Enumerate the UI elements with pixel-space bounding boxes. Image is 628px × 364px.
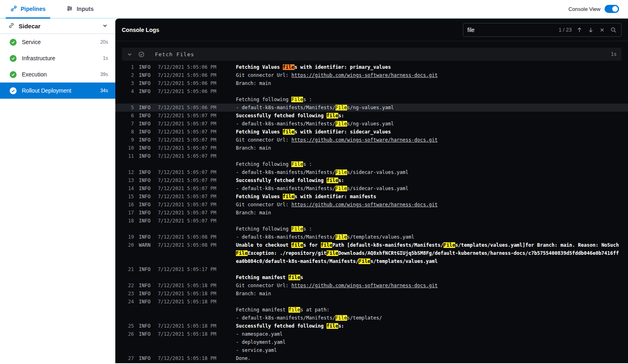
log-text: Successfully fetched following [236, 178, 327, 183]
log-timestamp: 7/12/2021 5:05:07 PM [158, 193, 231, 201]
log-level: INFO [139, 79, 153, 87]
log-search-input[interactable] [467, 27, 554, 33]
log-level: INFO [139, 354, 153, 362]
collapse-chevron-icon[interactable] [127, 51, 133, 57]
log-row: 9 INFO 7/12/2021 5:05:07 PM Git connecto… [115, 136, 628, 144]
log-timestamp [158, 346, 231, 354]
log-row: 26 INFO 7/12/2021 5:05:18 PM - namespace… [115, 330, 628, 338]
console-view-label: Console View [569, 6, 600, 12]
line-number: 27 [122, 354, 134, 362]
sidebar-item-rollout-deployment[interactable]: Rollout Deployment 34s [0, 83, 115, 99]
log-level: INFO [139, 298, 153, 306]
clear-search-icon[interactable] [598, 26, 606, 34]
line-number: 21 [122, 265, 134, 273]
log-message: - namespace.yaml [236, 330, 622, 338]
log-level: INFO [139, 201, 153, 209]
log-timestamp: 7/12/2021 5:05:07 PM [158, 217, 231, 225]
log-row: Fetching following Files : [115, 225, 628, 233]
log-timestamp: 7/12/2021 5:05:18 PM [158, 281, 231, 290]
log-timestamp: 7/12/2021 5:05:07 PM [158, 120, 231, 128]
log-link[interactable]: https://github.com/wings-software/harnes… [291, 137, 437, 143]
log-timestamp [158, 338, 231, 346]
log-text: Fetching manifest [236, 275, 289, 280]
stage-sidebar: Sidecar Service 20s Infrastructure 1s Ex… [0, 19, 115, 363]
log-row: 22 INFO 7/12/2021 5:05:18 PM Git connect… [115, 281, 628, 290]
log-row: 17 INFO 7/12/2021 5:05:07 PM Branch: mai… [115, 209, 628, 217]
log-text: s with identifier: manifests [295, 194, 376, 199]
log-timestamp: 7/12/2021 5:05:18 PM [158, 290, 231, 298]
line-number: 6 [122, 112, 134, 120]
log-timestamp: 7/12/2021 5:05:07 PM [158, 209, 231, 217]
log-message: Fetching Values files with identifier: s… [236, 128, 622, 136]
log-text: s with identifier: primary_values [295, 64, 391, 70]
toggle-knob [612, 6, 618, 12]
step-label: Infrastructure [22, 55, 55, 61]
line-number [122, 306, 134, 314]
log-message: - default-k8s-manifests/Manifests/Files/… [236, 104, 622, 112]
next-match-icon[interactable] [587, 26, 594, 34]
log-timestamp: 7/12/2021 5:05:07 PM [158, 144, 231, 152]
line-number: 7 [122, 120, 134, 128]
search-match-highlight: File [291, 226, 303, 232]
sidebar-item-service[interactable]: Service 20s [0, 34, 115, 50]
log-level [139, 346, 153, 354]
log-text: s/ng-values.yaml [347, 121, 394, 127]
log-level: INFO [139, 330, 153, 338]
line-number: 15 [122, 193, 134, 201]
line-number: 13 [122, 176, 134, 184]
log-link[interactable]: https://github.com/wings-software/harnes… [291, 283, 437, 288]
log-timestamp [158, 95, 231, 104]
log-message: Branch: main [236, 290, 622, 298]
stage-selector[interactable]: Sidecar [0, 19, 115, 34]
console-view-toggle[interactable] [605, 5, 619, 13]
log-text: - default-k8s-manifests/Manifests/ [236, 169, 335, 175]
log-timestamp: 7/12/2021 5:05:06 PM [158, 104, 231, 112]
line-number: 16 [122, 201, 134, 209]
log-text: s: [338, 178, 344, 183]
log-text: Fetching following [236, 226, 291, 232]
log-timestamp: 7/12/2021 5:05:07 PM [158, 184, 231, 193]
log-timestamp: 7/12/2021 5:05:18 PM [158, 322, 231, 330]
log-text: Done. [236, 356, 250, 361]
log-message: Successfully fetched following files: [236, 322, 622, 330]
log-timestamp: 7/12/2021 5:05:06 PM [158, 87, 231, 95]
log-message: Fetching manifest files [236, 273, 622, 281]
search-match-highlight: file [283, 194, 295, 199]
log-row: 19 INFO 7/12/2021 5:05:08 PM - default-k… [115, 233, 628, 241]
step-duration: 34s [100, 88, 108, 93]
search-icon[interactable] [610, 26, 617, 34]
tab-inputs[interactable]: Inputs [56, 0, 104, 18]
log-message: Git connector Url: https://github.com/wi… [236, 71, 622, 79]
line-number: 1 [122, 63, 134, 71]
previous-match-icon[interactable] [576, 26, 583, 34]
line-number: 14 [122, 184, 134, 193]
sidebar-item-infrastructure[interactable]: Infrastructure 1s [0, 50, 115, 66]
step-duration: 39s [100, 72, 108, 77]
log-text: - default-k8s-manifests/Manifests/ [236, 105, 335, 110]
line-number: 20 [122, 241, 134, 265]
inputs-icon [66, 5, 73, 13]
tab-inputs-label: Inputs [76, 6, 93, 12]
log-level: INFO [139, 193, 153, 201]
step-label: Execution [22, 71, 47, 78]
current-search-match-highlight: file [283, 64, 295, 70]
log-section-header[interactable]: Fetch Files 1s [122, 48, 622, 61]
sidebar-item-execution[interactable]: Execution 39s [0, 66, 115, 83]
log-text: Successfully fetched following [236, 323, 327, 329]
search-match-highlight: File [327, 250, 338, 256]
log-timestamp: 7/12/2021 5:05:08 PM [158, 233, 231, 241]
log-timestamp: 7/12/2021 5:05:07 PM [158, 176, 231, 184]
log-level: INFO [139, 104, 153, 112]
line-number: 17 [122, 209, 134, 217]
tab-pipelines[interactable]: Pipelines [0, 0, 56, 18]
log-text: Branch: main [236, 210, 271, 216]
log-link[interactable]: https://github.com/wings-software/harnes… [291, 72, 437, 78]
log-row: 4 INFO 7/12/2021 5:05:06 PM [115, 87, 628, 95]
log-row: - deployment.yaml [115, 338, 628, 346]
log-row: 23 INFO 7/12/2021 5:05:18 PM Branch: mai… [115, 290, 628, 298]
log-link[interactable]: https://github.com/wings-software/harnes… [291, 202, 437, 207]
log-message: Fetching manifest files at path: [236, 306, 622, 314]
success-check-icon [10, 55, 17, 62]
search-match-highlight: File [335, 315, 347, 321]
log-timestamp [158, 160, 231, 168]
